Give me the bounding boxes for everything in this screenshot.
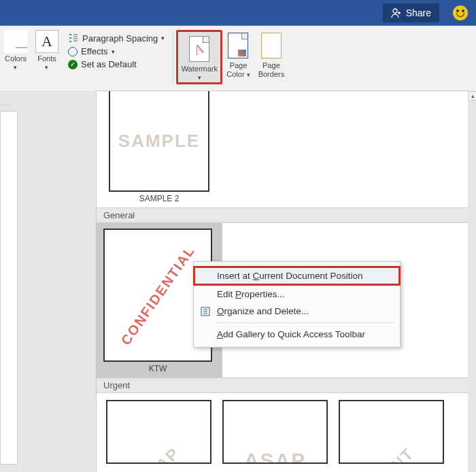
share-button[interactable]: Share: [383, 3, 439, 22]
page-borders-icon: [261, 33, 282, 58]
ctx-add-to-qat[interactable]: Add Gallery to Quick Access Toolbar Add …: [194, 326, 400, 343]
ctx-organize-label: Organize and Delete...: [217, 306, 309, 316]
title-bar: Share: [0, 0, 476, 25]
paragraph-spacing-dropdown[interactable]: Paragraph Spacing ▾: [68, 33, 165, 44]
fonts-icon: A: [35, 30, 58, 53]
asap-text-2: ASAP: [244, 449, 306, 464]
confidential-watermark-text: CONFIDENTIAL: [118, 243, 198, 348]
ctx-edit-label: Edit Properties...: [217, 289, 285, 299]
set-as-default-button[interactable]: ✓ Set as Default: [68, 59, 165, 69]
watermark-icon: A: [189, 36, 209, 62]
fonts-dropdown[interactable]: A Fonts▾: [31, 30, 63, 71]
category-general: General: [97, 207, 468, 223]
asap-text-3: ENT: [378, 444, 418, 464]
chevron-down-icon: ▾: [45, 64, 48, 71]
chevron-down-icon: ▾: [247, 71, 250, 78]
watermark-label: Watermark: [182, 65, 218, 73]
page-color-icon: [228, 33, 248, 58]
colors-icon: [4, 30, 27, 53]
ctx-qat-label: Add Gallery to Quick Access Toolbar: [217, 329, 365, 339]
watermark-gallery: ▴ SAMPLE SAMPLE 2 General CONFIDENTIAL K…: [96, 90, 468, 472]
scroll-up-button[interactable]: ▴: [468, 91, 476, 101]
asap-text-1: SAP: [143, 443, 184, 464]
document-formatting-group: Paragraph Spacing ▾ Effects ▾ ✓ Set as D…: [63, 30, 170, 69]
ribbon: Colors▾ A Fonts▾ Paragraph Spacing ▾ Eff…: [0, 25, 476, 90]
set-default-label: Set as Default: [81, 59, 137, 69]
fonts-label: Fonts: [37, 54, 56, 63]
paragraph-spacing-label: Paragraph Spacing: [82, 33, 158, 44]
page-borders-button[interactable]: PageBorders Page Borders: [254, 30, 289, 79]
urgent-row: SAP ASAP ENT: [97, 393, 468, 471]
ctx-insert-label: Insert at Current Document Position: [217, 271, 363, 281]
chevron-down-icon: ▾: [161, 35, 165, 41]
chevron-down-icon: ▾: [14, 64, 17, 71]
chevron-down-icon: ▾: [112, 48, 115, 55]
category-urgent: Urgent: [97, 377, 468, 393]
ctx-edit-properties[interactable]: Edit Properties... Edit Properties...: [194, 286, 400, 303]
sample-watermark-text: SAMPLE: [118, 131, 200, 152]
ctx-separator: [216, 322, 394, 323]
ribbon-separator: [173, 30, 173, 84]
checkmark-icon: ✓: [68, 60, 78, 69]
paragraph-spacing-icon: [68, 33, 79, 44]
document-area: [0, 90, 96, 472]
ctx-insert-at-position[interactable]: Insert at Current Document Position Inse…: [193, 266, 401, 286]
gallery-item-asap2[interactable]: ASAP: [222, 400, 328, 464]
share-label: Share: [406, 7, 431, 18]
organize-icon: [199, 305, 211, 318]
gallery-item-sample2[interactable]: SAMPLE SAMPLE 2: [97, 91, 468, 207]
feedback-smiley-icon[interactable]: [453, 5, 468, 20]
watermark-dropdown[interactable]: A Watermark▾: [176, 30, 222, 84]
gallery-item-asap3[interactable]: ENT: [339, 400, 444, 464]
document-page[interactable]: [0, 111, 18, 465]
gallery-item-asap1[interactable]: SAP: [106, 400, 211, 464]
ctx-organize-delete[interactable]: Organize and Delete... Organize and Dele…: [194, 303, 400, 320]
sample2-label: SAMPLE 2: [109, 194, 209, 203]
svg-point-0: [393, 9, 397, 13]
effects-icon: [68, 47, 78, 56]
chevron-down-icon: ▾: [198, 74, 201, 81]
colors-dropdown[interactable]: Colors▾: [0, 30, 31, 71]
ktw-label: KTW: [103, 364, 212, 373]
effects-label: Effects: [81, 46, 108, 56]
context-menu: Insert at Current Document Position Inse…: [193, 261, 401, 348]
colors-label: Colors: [5, 54, 27, 63]
share-person-icon: [391, 7, 402, 18]
effects-dropdown[interactable]: Effects ▾: [68, 46, 165, 56]
page-color-dropdown[interactable]: PageColor ▾ Page Color: [222, 30, 254, 79]
